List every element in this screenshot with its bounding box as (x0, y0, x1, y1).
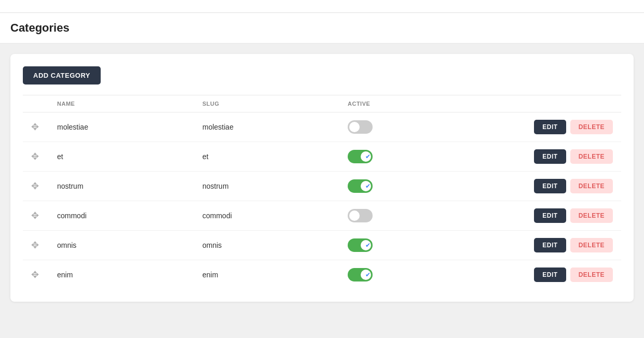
active-cell: ✔ (339, 231, 417, 260)
table-row: ✥omnisomnis✔EDITDELETE (23, 231, 621, 260)
delete-button[interactable]: DELETE (570, 238, 613, 252)
edit-button[interactable]: EDIT (534, 267, 566, 282)
col-active-header: ACTIVE (339, 95, 417, 112)
add-category-button[interactable]: ADD CATEGORY (23, 66, 101, 84)
drag-handle-icon[interactable]: ✥ (31, 269, 39, 280)
table-row: ✥nostrumnostrum✔EDITDELETE (23, 172, 621, 201)
edit-button[interactable]: EDIT (534, 179, 566, 193)
drag-handle-icon[interactable]: ✥ (31, 151, 39, 162)
col-drag-header (23, 95, 49, 112)
slug-cell: omnis (194, 231, 339, 260)
content-area: ADD CATEGORY NAME SLUG ACTIVE ✥molestiae… (0, 44, 644, 338)
table-row: ✥enimenim✔EDITDELETE (23, 260, 621, 290)
edit-button[interactable]: EDIT (534, 208, 566, 223)
name-cell: nostrum (49, 172, 194, 201)
active-toggle[interactable]: ✔ (348, 179, 373, 193)
categories-table: NAME SLUG ACTIVE ✥molestiaemolestiaeEDIT… (23, 95, 621, 289)
active-cell: ✔ (339, 260, 417, 290)
name-cell: omnis (49, 231, 194, 260)
actions-cell: EDITDELETE (417, 231, 621, 260)
active-toggle[interactable]: ✔ (348, 238, 373, 252)
active-toggle[interactable] (348, 120, 373, 134)
page-title: Categories (0, 13, 644, 44)
delete-button[interactable]: DELETE (570, 179, 613, 193)
name-cell: enim (49, 260, 194, 290)
edit-button[interactable]: EDIT (534, 120, 566, 134)
table-header-row: NAME SLUG ACTIVE (23, 95, 621, 112)
edit-button[interactable]: EDIT (534, 149, 566, 164)
drag-handle-cell: ✥ (23, 142, 49, 172)
drag-handle-cell: ✥ (23, 112, 49, 142)
actions-cell: EDITDELETE (417, 172, 621, 201)
active-toggle[interactable] (348, 209, 373, 222)
drag-handle-icon[interactable]: ✥ (31, 240, 39, 251)
slug-cell: molestiae (194, 112, 339, 142)
delete-button[interactable]: DELETE (570, 208, 613, 223)
slug-cell: et (194, 142, 339, 172)
active-cell: ✔ (339, 142, 417, 172)
active-cell: ✔ (339, 172, 417, 201)
drag-handle-cell: ✥ (23, 201, 49, 231)
drag-handle-icon[interactable]: ✥ (31, 121, 39, 133)
table-row: ✥molestiaemolestiaeEDITDELETE (23, 112, 621, 142)
table-row: ✥etet✔EDITDELETE (23, 142, 621, 172)
drag-handle-cell: ✥ (23, 172, 49, 201)
actions-cell: EDITDELETE (417, 112, 621, 142)
drag-handle-cell: ✥ (23, 260, 49, 290)
col-actions-header (417, 95, 621, 112)
col-slug-header: SLUG (194, 95, 339, 112)
active-cell (339, 112, 417, 142)
actions-cell: EDITDELETE (417, 201, 621, 231)
table-row: ✥commodicommodiEDITDELETE (23, 201, 621, 231)
card: ADD CATEGORY NAME SLUG ACTIVE ✥molestiae… (10, 54, 634, 302)
edit-button[interactable]: EDIT (534, 238, 566, 252)
slug-cell: nostrum (194, 172, 339, 201)
delete-button[interactable]: DELETE (570, 149, 613, 164)
actions-cell: EDITDELETE (417, 260, 621, 290)
drag-handle-cell: ✥ (23, 231, 49, 260)
name-cell: commodi (49, 201, 194, 231)
slug-cell: commodi (194, 201, 339, 231)
top-bar (0, 0, 644, 13)
col-name-header: NAME (49, 95, 194, 112)
name-cell: molestiae (49, 112, 194, 142)
drag-handle-icon[interactable]: ✥ (31, 180, 39, 192)
drag-handle-icon[interactable]: ✥ (31, 210, 39, 221)
active-cell (339, 201, 417, 231)
actions-cell: EDITDELETE (417, 142, 621, 172)
active-toggle[interactable]: ✔ (348, 268, 373, 281)
name-cell: et (49, 142, 194, 172)
delete-button[interactable]: DELETE (570, 267, 613, 282)
delete-button[interactable]: DELETE (570, 120, 613, 134)
slug-cell: enim (194, 260, 339, 290)
active-toggle[interactable]: ✔ (348, 150, 373, 163)
